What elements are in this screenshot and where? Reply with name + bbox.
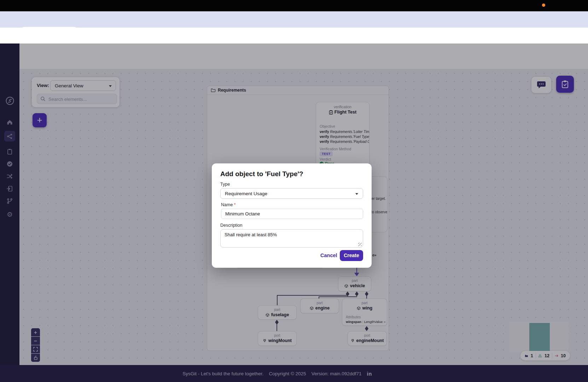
recording-indicator-icon	[542, 4, 545, 7]
description-textarea[interactable]: Shall require at least 85%	[220, 229, 363, 248]
cancel-button[interactable]: Cancel	[320, 253, 337, 258]
name-label: Name *	[221, 202, 236, 207]
name-input[interactable]	[221, 209, 363, 219]
type-label: Type	[220, 182, 230, 187]
macos-menubar	[0, 0, 588, 11]
browser-toolbar: localhost:5173/repo/my-group/uas/-/updat…	[0, 28, 588, 44]
create-button[interactable]: Create	[340, 250, 363, 261]
required-asterisk: *	[234, 202, 236, 207]
description-label: Description	[220, 223, 243, 228]
modal-title: Add object to 'Fuel Type'?	[220, 170, 303, 178]
type-select-value: Requirement Usage	[225, 191, 267, 196]
select-caret-icon	[355, 193, 358, 195]
screen: SysGit × Merge requests · My Group / u ×…	[0, 0, 588, 382]
browser-tabstrip: SysGit × Merge requests · My Group / u ×…	[0, 11, 588, 28]
type-select[interactable]: Requirement Usage	[220, 188, 363, 199]
add-object-modal: Add object to 'Fuel Type'? Type Requirem…	[212, 163, 372, 268]
